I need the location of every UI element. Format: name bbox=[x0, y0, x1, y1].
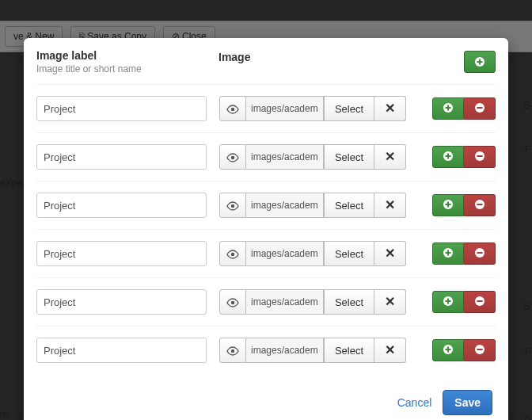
remove-row-button[interactable] bbox=[464, 242, 496, 265]
image-path-input[interactable] bbox=[246, 193, 324, 218]
rows-container: Select✕Select✕Select✕Select✕Select✕Selec… bbox=[36, 84, 496, 374]
select-image-button[interactable]: Select bbox=[324, 338, 374, 363]
clear-image-button[interactable]: ✕ bbox=[374, 289, 406, 315]
svg-rect-8 bbox=[477, 107, 482, 109]
row-actions bbox=[432, 146, 496, 168]
minus-icon bbox=[475, 248, 484, 260]
preview-button[interactable] bbox=[219, 338, 246, 363]
svg-rect-24 bbox=[446, 252, 451, 254]
plus-icon bbox=[443, 296, 453, 308]
svg-rect-6 bbox=[446, 107, 451, 109]
remove-row-button[interactable] bbox=[464, 291, 496, 313]
remove-row-button[interactable] bbox=[464, 194, 496, 216]
x-icon: ✕ bbox=[385, 296, 395, 308]
svg-rect-38 bbox=[477, 349, 482, 350]
plus-icon bbox=[443, 248, 453, 260]
add-below-button[interactable] bbox=[432, 194, 464, 216]
eye-icon bbox=[226, 201, 239, 209]
image-picker-group: Select✕ bbox=[219, 144, 406, 170]
preview-button[interactable] bbox=[219, 144, 246, 170]
add-below-button[interactable] bbox=[432, 146, 464, 168]
image-label-input[interactable] bbox=[36, 338, 207, 363]
svg-rect-20 bbox=[477, 204, 482, 205]
add-row-button[interactable] bbox=[464, 51, 496, 73]
eye-icon bbox=[226, 346, 239, 354]
select-image-button[interactable]: Select bbox=[324, 144, 374, 170]
select-image-button[interactable]: Select bbox=[324, 193, 374, 218]
image-picker-group: Select✕ bbox=[219, 338, 406, 363]
image-label-input[interactable] bbox=[36, 193, 207, 218]
svg-point-21 bbox=[231, 253, 234, 256]
minus-icon bbox=[475, 200, 484, 212]
image-picker-group: Select✕ bbox=[219, 289, 406, 315]
header-label-col: Image label Image title or short name bbox=[36, 49, 218, 74]
preview-button[interactable] bbox=[219, 96, 246, 121]
x-icon: ✕ bbox=[385, 344, 395, 357]
svg-point-3 bbox=[231, 108, 234, 111]
image-row: Select✕ bbox=[36, 229, 496, 277]
svg-rect-18 bbox=[446, 204, 451, 205]
svg-rect-14 bbox=[477, 155, 482, 157]
image-label-input[interactable] bbox=[36, 241, 207, 266]
svg-point-9 bbox=[231, 156, 234, 159]
preview-button[interactable] bbox=[219, 241, 246, 266]
image-column-title: Image bbox=[218, 51, 408, 63]
clear-image-button[interactable]: ✕ bbox=[374, 96, 406, 121]
image-label-input[interactable] bbox=[36, 96, 207, 121]
eye-icon bbox=[226, 105, 239, 113]
modal-footer: Cancel Save bbox=[36, 374, 496, 420]
image-row: Select✕ bbox=[36, 326, 496, 374]
image-path-input[interactable] bbox=[246, 144, 324, 170]
image-path-input[interactable] bbox=[246, 289, 324, 315]
add-below-button[interactable] bbox=[432, 291, 464, 313]
image-path-input[interactable] bbox=[246, 338, 324, 363]
add-below-button[interactable] bbox=[432, 97, 464, 120]
image-label-input[interactable] bbox=[36, 144, 207, 170]
image-row: Select✕ bbox=[36, 277, 496, 326]
header-image-col: Image bbox=[218, 49, 408, 63]
preview-button[interactable] bbox=[219, 193, 246, 218]
cancel-button[interactable]: Cancel bbox=[397, 396, 432, 409]
select-image-button[interactable]: Select bbox=[324, 241, 374, 266]
label-column-title: Image label bbox=[36, 49, 218, 62]
svg-rect-36 bbox=[446, 349, 451, 350]
image-list-modal: Image label Image title or short name Im… bbox=[24, 38, 508, 420]
select-image-button[interactable]: Select bbox=[324, 96, 374, 121]
header-actions-col bbox=[408, 49, 496, 73]
clear-image-button[interactable]: ✕ bbox=[374, 241, 406, 266]
svg-point-15 bbox=[231, 204, 234, 208]
modal-header: Image label Image title or short name Im… bbox=[36, 49, 496, 74]
add-below-button[interactable] bbox=[432, 339, 464, 361]
clear-image-button[interactable]: ✕ bbox=[374, 144, 406, 170]
row-actions bbox=[432, 242, 496, 265]
svg-rect-32 bbox=[477, 300, 482, 302]
save-button[interactable]: Save bbox=[443, 390, 492, 415]
image-row: Select✕ bbox=[36, 84, 496, 132]
image-picker-group: Select✕ bbox=[219, 193, 406, 218]
svg-rect-2 bbox=[477, 61, 483, 63]
image-picker-group: Select✕ bbox=[219, 96, 406, 121]
plus-icon bbox=[443, 200, 453, 212]
image-path-input[interactable] bbox=[246, 241, 324, 266]
remove-row-button[interactable] bbox=[464, 146, 496, 168]
x-icon: ✕ bbox=[385, 102, 395, 115]
minus-icon bbox=[475, 151, 484, 163]
preview-button[interactable] bbox=[219, 289, 246, 315]
x-icon: ✕ bbox=[385, 247, 395, 260]
row-actions bbox=[432, 194, 496, 216]
clear-image-button[interactable]: ✕ bbox=[374, 193, 406, 218]
clear-image-button[interactable]: ✕ bbox=[374, 338, 406, 363]
select-image-button[interactable]: Select bbox=[324, 289, 374, 315]
add-below-button[interactable] bbox=[432, 242, 464, 265]
x-icon: ✕ bbox=[385, 199, 395, 212]
image-label-input[interactable] bbox=[36, 289, 207, 315]
remove-row-button[interactable] bbox=[464, 339, 496, 361]
remove-row-button[interactable] bbox=[464, 97, 496, 120]
image-row: Select✕ bbox=[36, 132, 496, 181]
minus-icon bbox=[475, 103, 484, 115]
image-path-input[interactable] bbox=[246, 96, 324, 121]
minus-icon bbox=[475, 296, 484, 308]
image-row: Select✕ bbox=[36, 181, 496, 229]
row-actions bbox=[432, 97, 496, 120]
eye-icon bbox=[226, 153, 239, 161]
